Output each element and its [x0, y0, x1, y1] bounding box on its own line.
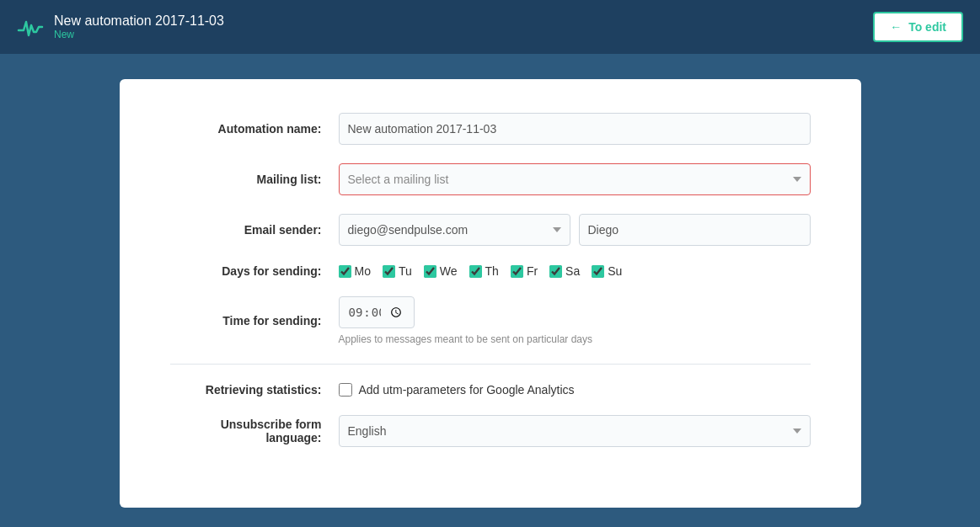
time-input[interactable]: [339, 296, 415, 328]
day-sa: Sa: [549, 264, 580, 278]
settings-card: Automation name: Mailing list: Select a …: [120, 79, 861, 508]
unsubscribe-label: Unsubscribe form language:: [170, 418, 339, 444]
automation-name-wrap: [339, 113, 811, 145]
day-mo: Mo: [339, 264, 371, 278]
day-su-checkbox[interactable]: [592, 265, 604, 278]
unsubscribe-row: Unsubscribe form language: English Spani…: [170, 415, 811, 447]
days-label: Days for sending:: [170, 264, 339, 278]
day-tu-label: Tu: [399, 264, 412, 278]
main-content: Automation name: Mailing list: Select a …: [0, 54, 980, 527]
day-su-label: Su: [608, 264, 622, 278]
time-label: Time for sending:: [170, 314, 339, 327]
day-sa-checkbox[interactable]: [549, 265, 562, 278]
mailing-list-label: Mailing list:: [170, 173, 339, 186]
day-tu-checkbox[interactable]: [383, 265, 395, 278]
day-th-label: Th: [485, 264, 499, 278]
automation-name-row: Automation name:: [170, 113, 811, 145]
section-divider: [170, 364, 811, 365]
header-title-group: New automation 2017-11-03 New: [54, 13, 224, 40]
utm-checkbox-row: Add utm-parameters for Google Analytics: [339, 383, 811, 397]
day-th-checkbox[interactable]: [469, 265, 482, 278]
day-tu: Tu: [383, 264, 412, 278]
days-row: Days for sending: Mo Tu We: [170, 264, 811, 278]
day-su: Su: [592, 264, 622, 278]
automation-name-label: Automation name:: [170, 122, 339, 136]
utm-checkbox[interactable]: [339, 383, 352, 397]
email-sender-row: Email sender: diego@sendpulse.com: [170, 214, 811, 246]
day-sa-label: Sa: [565, 264, 580, 278]
day-mo-checkbox[interactable]: [339, 265, 351, 278]
header-left: New automation 2017-11-03 New: [17, 13, 224, 40]
sender-name-input[interactable]: [579, 214, 811, 246]
day-fr: Fr: [511, 264, 538, 278]
email-sender-group: diego@sendpulse.com: [339, 214, 811, 246]
utm-label: Add utm-parameters for Google Analytics: [359, 383, 575, 397]
header-subtitle: New: [54, 29, 224, 40]
day-we-checkbox[interactable]: [424, 265, 436, 278]
time-row: Time for sending: Applies to messages me…: [170, 296, 811, 345]
day-mo-label: Mo: [355, 264, 371, 278]
mailing-list-row: Mailing list: Select a mailing list: [170, 163, 811, 195]
time-inner-wrap: Applies to messages meant to be sent on …: [339, 296, 811, 345]
time-wrap: Applies to messages meant to be sent on …: [339, 296, 811, 345]
to-edit-label: To edit: [908, 20, 946, 34]
automation-name-input[interactable]: [339, 113, 811, 145]
days-wrap: Mo Tu We Th: [339, 264, 811, 278]
day-we: We: [424, 264, 458, 278]
days-group: Mo Tu We Th: [339, 264, 811, 278]
unsubscribe-language-select[interactable]: English Spanish French German: [339, 415, 811, 447]
retrieving-wrap: Add utm-parameters for Google Analytics: [339, 383, 811, 397]
email-sender-label: Email sender:: [170, 223, 339, 237]
day-th: Th: [469, 264, 499, 278]
email-sender-select[interactable]: diego@sendpulse.com: [339, 214, 570, 246]
unsubscribe-wrap: English Spanish French German: [339, 415, 811, 447]
day-we-label: We: [440, 264, 458, 278]
app-header: New automation 2017-11-03 New ← To edit: [0, 0, 980, 54]
logo-icon: [17, 13, 44, 40]
retrieving-label: Retrieving statistics:: [170, 383, 339, 397]
header-title: New automation 2017-11-03: [54, 13, 224, 29]
day-fr-checkbox[interactable]: [511, 265, 523, 278]
time-hint: Applies to messages meant to be sent on …: [339, 333, 811, 345]
mailing-list-select[interactable]: Select a mailing list: [339, 163, 811, 195]
arrow-left-icon: ←: [890, 20, 902, 34]
day-fr-label: Fr: [527, 264, 538, 278]
sender-name-wrap: [579, 214, 811, 246]
email-sender-wrap: diego@sendpulse.com: [339, 214, 811, 246]
email-select-wrap: diego@sendpulse.com: [339, 214, 570, 246]
mailing-list-wrap: Select a mailing list: [339, 163, 811, 195]
retrieving-row: Retrieving statistics: Add utm-parameter…: [170, 383, 811, 397]
to-edit-button[interactable]: ← To edit: [873, 12, 963, 42]
